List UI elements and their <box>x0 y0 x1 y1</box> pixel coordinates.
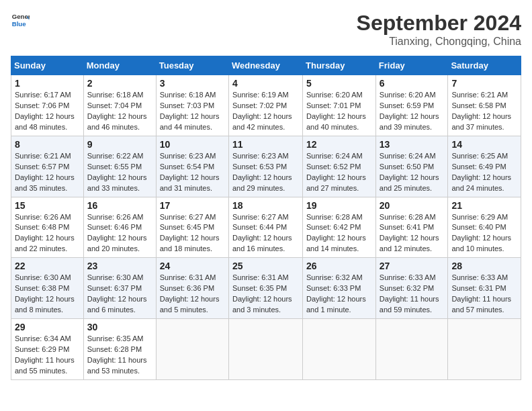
calendar-cell: 13 Sunrise: 6:24 AMSunset: 6:50 PMDaylig… <box>375 136 448 197</box>
calendar-cell: 2 Sunrise: 6:18 AMSunset: 7:04 PMDayligh… <box>83 75 156 136</box>
day-detail: Sunrise: 6:21 AMSunset: 6:58 PMDaylight:… <box>451 91 511 131</box>
day-number: 15 <box>15 200 80 211</box>
calendar-cell <box>156 319 228 380</box>
day-number: 11 <box>232 139 299 150</box>
calendar-cell: 12 Sunrise: 6:24 AMSunset: 6:52 PMDaylig… <box>303 136 376 197</box>
calendar-cell: 19 Sunrise: 6:28 AMSunset: 6:42 PMDaylig… <box>303 197 376 258</box>
day-number: 1 <box>15 78 80 89</box>
day-detail: Sunrise: 6:20 AMSunset: 6:59 PMDaylight:… <box>380 91 439 131</box>
calendar-cell: 24 Sunrise: 6:31 AMSunset: 6:36 PMDaylig… <box>156 258 228 319</box>
day-number: 17 <box>160 200 225 211</box>
day-detail: Sunrise: 6:31 AMSunset: 6:35 PMDaylight:… <box>232 273 292 314</box>
day-number: 19 <box>306 200 372 211</box>
day-number: 8 <box>15 139 80 150</box>
day-detail: Sunrise: 6:23 AMSunset: 6:54 PMDaylight:… <box>160 152 220 192</box>
day-detail: Sunrise: 6:32 AMSunset: 6:33 PMDaylight:… <box>306 273 366 314</box>
weekday-header-thursday: Thursday <box>303 56 376 75</box>
day-number: 5 <box>306 78 372 89</box>
calendar-week-row: 15 Sunrise: 6:26 AMSunset: 6:48 PMDaylig… <box>11 197 521 258</box>
calendar-cell: 3 Sunrise: 6:18 AMSunset: 7:03 PMDayligh… <box>156 75 228 136</box>
day-detail: Sunrise: 6:26 AMSunset: 6:46 PMDaylight:… <box>87 213 147 253</box>
day-number: 2 <box>87 78 152 89</box>
day-number: 10 <box>160 139 225 150</box>
day-number: 9 <box>87 139 152 150</box>
calendar-week-row: 22 Sunrise: 6:30 AMSunset: 6:38 PMDaylig… <box>11 258 521 319</box>
day-detail: Sunrise: 6:19 AMSunset: 7:02 PMDaylight:… <box>232 91 292 131</box>
logo: General Blue <box>11 11 30 30</box>
calendar-cell: 30 Sunrise: 6:35 AMSunset: 6:28 PMDaylig… <box>83 319 156 380</box>
calendar-cell: 27 Sunrise: 6:33 AMSunset: 6:32 PMDaylig… <box>375 258 448 319</box>
calendar-cell: 11 Sunrise: 6:23 AMSunset: 6:53 PMDaylig… <box>228 136 302 197</box>
month-title: September 2024 <box>357 11 521 36</box>
day-number: 24 <box>160 261 225 271</box>
day-number: 29 <box>15 322 80 332</box>
logo-icon: General Blue <box>11 11 30 30</box>
weekday-header-saturday: Saturday <box>448 56 521 75</box>
day-detail: Sunrise: 6:30 AMSunset: 6:37 PMDaylight:… <box>87 273 147 314</box>
calendar-cell: 1 Sunrise: 6:17 AMSunset: 7:06 PMDayligh… <box>11 75 84 136</box>
calendar-week-row: 1 Sunrise: 6:17 AMSunset: 7:06 PMDayligh… <box>11 75 521 136</box>
calendar-cell: 6 Sunrise: 6:20 AMSunset: 6:59 PMDayligh… <box>375 75 448 136</box>
calendar-cell: 21 Sunrise: 6:29 AMSunset: 6:40 PMDaylig… <box>448 197 521 258</box>
calendar-table: SundayMondayTuesdayWednesdayThursdayFrid… <box>11 56 521 380</box>
calendar-cell: 16 Sunrise: 6:26 AMSunset: 6:46 PMDaylig… <box>83 197 156 258</box>
day-number: 18 <box>232 200 299 211</box>
day-number: 26 <box>306 261 372 271</box>
day-detail: Sunrise: 6:26 AMSunset: 6:48 PMDaylight:… <box>15 213 75 253</box>
day-number: 7 <box>451 78 517 89</box>
day-detail: Sunrise: 6:25 AMSunset: 6:49 PMDaylight:… <box>451 152 511 192</box>
day-detail: Sunrise: 6:17 AMSunset: 7:06 PMDaylight:… <box>15 91 75 131</box>
day-number: 13 <box>380 139 445 150</box>
day-number: 20 <box>380 200 445 211</box>
calendar-cell: 9 Sunrise: 6:22 AMSunset: 6:55 PMDayligh… <box>83 136 156 197</box>
day-number: 30 <box>87 322 152 332</box>
day-number: 28 <box>451 261 517 271</box>
day-detail: Sunrise: 6:20 AMSunset: 7:01 PMDaylight:… <box>306 91 366 131</box>
day-detail: Sunrise: 6:35 AMSunset: 6:28 PMDaylight:… <box>87 334 147 375</box>
day-detail: Sunrise: 6:29 AMSunset: 6:40 PMDaylight:… <box>451 213 511 253</box>
calendar-cell: 26 Sunrise: 6:32 AMSunset: 6:33 PMDaylig… <box>303 258 376 319</box>
weekday-header-row: SundayMondayTuesdayWednesdayThursdayFrid… <box>11 56 521 75</box>
svg-text:Blue: Blue <box>12 20 26 28</box>
page-header: General Blue September 2024 Tianxing, Ch… <box>11 11 521 48</box>
day-detail: Sunrise: 6:18 AMSunset: 7:04 PMDaylight:… <box>87 91 147 131</box>
day-number: 22 <box>15 261 80 271</box>
calendar-cell: 7 Sunrise: 6:21 AMSunset: 6:58 PMDayligh… <box>448 75 521 136</box>
day-detail: Sunrise: 6:30 AMSunset: 6:38 PMDaylight:… <box>15 273 75 314</box>
day-number: 16 <box>87 200 152 211</box>
calendar-cell <box>375 319 448 380</box>
day-detail: Sunrise: 6:33 AMSunset: 6:32 PMDaylight:… <box>380 273 439 314</box>
day-detail: Sunrise: 6:27 AMSunset: 6:45 PMDaylight:… <box>160 213 220 253</box>
day-detail: Sunrise: 6:24 AMSunset: 6:50 PMDaylight:… <box>380 152 439 192</box>
day-detail: Sunrise: 6:33 AMSunset: 6:31 PMDaylight:… <box>451 273 511 314</box>
location-title: Tianxing, Chongqing, China <box>357 36 521 48</box>
calendar-cell: 22 Sunrise: 6:30 AMSunset: 6:38 PMDaylig… <box>11 258 84 319</box>
day-number: 25 <box>232 261 299 271</box>
day-detail: Sunrise: 6:28 AMSunset: 6:42 PMDaylight:… <box>306 213 366 253</box>
day-detail: Sunrise: 6:24 AMSunset: 6:52 PMDaylight:… <box>306 152 366 192</box>
day-detail: Sunrise: 6:31 AMSunset: 6:36 PMDaylight:… <box>160 273 220 314</box>
weekday-header-sunday: Sunday <box>11 56 84 75</box>
day-number: 23 <box>87 261 152 271</box>
day-number: 12 <box>306 139 372 150</box>
calendar-cell: 10 Sunrise: 6:23 AMSunset: 6:54 PMDaylig… <box>156 136 228 197</box>
calendar-cell: 18 Sunrise: 6:27 AMSunset: 6:44 PMDaylig… <box>228 197 302 258</box>
day-detail: Sunrise: 6:21 AMSunset: 6:57 PMDaylight:… <box>15 152 75 192</box>
calendar-cell: 14 Sunrise: 6:25 AMSunset: 6:49 PMDaylig… <box>448 136 521 197</box>
calendar-cell: 5 Sunrise: 6:20 AMSunset: 7:01 PMDayligh… <box>303 75 376 136</box>
calendar-cell <box>228 319 302 380</box>
day-detail: Sunrise: 6:23 AMSunset: 6:53 PMDaylight:… <box>232 152 292 192</box>
weekday-header-friday: Friday <box>375 56 448 75</box>
title-area: September 2024 Tianxing, Chongqing, Chin… <box>357 11 521 48</box>
calendar-cell: 17 Sunrise: 6:27 AMSunset: 6:45 PMDaylig… <box>156 197 228 258</box>
calendar-cell: 20 Sunrise: 6:28 AMSunset: 6:41 PMDaylig… <box>375 197 448 258</box>
calendar-cell: 29 Sunrise: 6:34 AMSunset: 6:29 PMDaylig… <box>11 319 84 380</box>
svg-text:General: General <box>12 13 30 20</box>
calendar-cell: 28 Sunrise: 6:33 AMSunset: 6:31 PMDaylig… <box>448 258 521 319</box>
day-detail: Sunrise: 6:18 AMSunset: 7:03 PMDaylight:… <box>160 91 220 131</box>
calendar-cell <box>303 319 376 380</box>
calendar-cell <box>448 319 521 380</box>
day-number: 4 <box>232 78 299 89</box>
calendar-cell: 25 Sunrise: 6:31 AMSunset: 6:35 PMDaylig… <box>228 258 302 319</box>
weekday-header-monday: Monday <box>83 56 156 75</box>
